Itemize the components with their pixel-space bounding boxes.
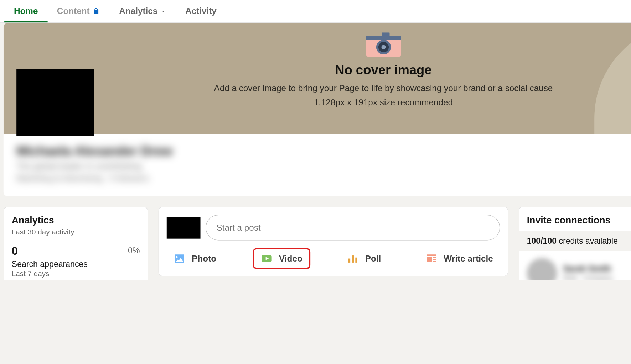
camera-icon [366,32,400,57]
chevron-down-icon [160,8,166,14]
composer-poll[interactable]: Poll [340,249,388,268]
connection-sub: Role · Company [563,275,631,280]
analytics-title: Analytics [12,215,140,226]
connection-row[interactable]: Sarah Smith Role · Company [527,251,631,280]
invite-panel: Invite connections 100/100 credits avail… [519,207,631,280]
invite-credits: 100/100 credits available [519,231,631,251]
svg-rect-8 [352,255,354,263]
tab-home[interactable]: Home [4,0,47,22]
composer-photo[interactable]: Photo [167,249,223,268]
composer-article[interactable]: Write article [419,249,500,268]
stat-sublabel: Last 7 days [12,270,88,278]
cover-area[interactable]: No cover image Add a cover image to brin… [4,23,631,134]
start-post-button[interactable]: Start a post [206,215,500,241]
stat-value: 0 [12,244,88,258]
cover-size-hint: 1,128px x 191px size recommended [4,98,631,108]
stat-pct: 0% [128,246,140,255]
page-name: Michaela Alexander Drew [16,144,172,159]
page-tagline: The global leader in overthinking [16,161,172,171]
page-tabs: Home Content Analytics Activity [0,0,631,23]
photo-icon [174,253,186,265]
poll-icon [347,253,359,265]
svg-rect-11 [427,257,432,262]
tab-activity[interactable]: Activity [176,0,226,22]
svg-rect-2 [366,36,400,40]
svg-rect-0 [382,32,389,36]
tab-analytics[interactable]: Analytics [110,0,176,22]
connection-name: Sarah Smith [563,264,631,274]
avatar [527,258,557,280]
cover-subtitle: Add a cover image to bring your Page to … [4,83,631,93]
stat-search-appearances: 0 Search appearances Last 7 days 0% [12,244,140,278]
svg-rect-7 [348,259,351,263]
composer-avatar [167,217,201,238]
svg-rect-9 [356,258,358,263]
video-icon [261,253,273,265]
svg-rect-13 [433,259,436,260]
tab-content[interactable]: Content [47,0,109,22]
lock-icon [92,7,100,15]
composer-video[interactable]: Video [254,249,310,268]
invite-title: Invite connections [527,215,631,226]
page-meta: Marketing & Advertising · 0 followers [16,174,172,183]
analytics-panel: Analytics Last 30 day activity 0 Search … [4,207,148,280]
composer-panel: Start a post Photo Video Poll Write art [159,207,508,276]
page-header-card: No cover image Add a cover image to brin… [4,23,631,196]
svg-point-5 [381,45,386,49]
analytics-subtitle: Last 30 day activity [12,228,140,236]
page-logo [16,69,94,136]
svg-rect-14 [433,261,436,262]
svg-rect-10 [427,254,436,256]
svg-rect-12 [433,257,436,258]
article-icon [425,253,438,265]
stat-label: Search appearances [12,259,88,269]
cover-title: No cover image [4,63,631,77]
